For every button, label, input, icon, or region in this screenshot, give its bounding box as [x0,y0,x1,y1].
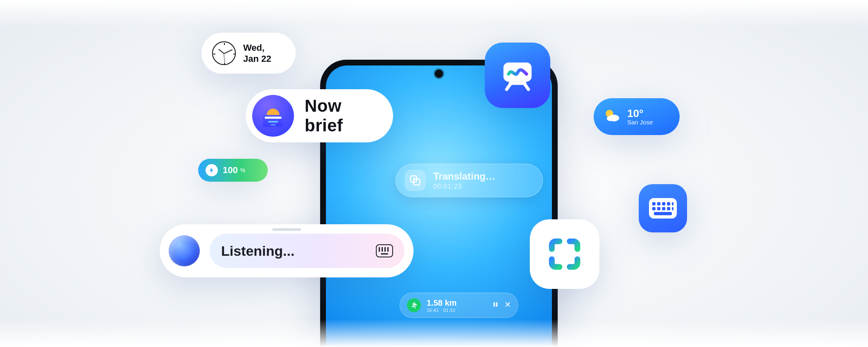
translating-chip[interactable]: A Translating… 00:01:23 [396,164,543,197]
scan-card[interactable] [530,219,599,289]
running-chip[interactable]: 1.58 km 16:41 · 01:52 [400,293,518,318]
battery-chip[interactable]: 100% [198,159,268,182]
svg-rect-13 [652,202,656,205]
drag-handle[interactable] [272,228,301,231]
bixby-orb-icon [169,235,200,266]
front-camera [435,70,443,78]
keyboard-app-icon[interactable] [639,184,687,232]
svg-rect-17 [672,202,674,205]
assistant-listening-bar[interactable]: Listening... [160,224,414,277]
svg-rect-4 [496,302,497,306]
svg-rect-18 [652,207,656,210]
promo-stage: A Translating… 00:01:23 1.58 km 16:41 · … [0,0,868,347]
svg-rect-8 [268,121,278,122]
assistant-status-text: Listening... [221,243,294,259]
weather-chip[interactable]: 10° San Jose [594,98,680,135]
svg-rect-22 [672,207,674,210]
pause-icon[interactable] [492,301,499,310]
svg-rect-9 [271,124,276,126]
scan-frame-icon [544,234,585,275]
running-text: 1.58 km 16:41 · 01:52 [427,298,457,313]
svg-rect-20 [662,207,665,210]
svg-rect-19 [657,207,660,210]
sunset-icon [252,95,294,137]
svg-rect-15 [662,202,665,205]
translating-title: Translating… [433,171,495,183]
runner-icon [407,298,421,312]
svg-rect-14 [657,202,660,205]
date-day: Jan 22 [243,53,271,65]
svg-text:A: A [413,177,416,181]
svg-rect-11 [509,82,527,85]
assistant-input[interactable]: Listening... [210,234,405,268]
clock-icon [212,41,236,65]
svg-rect-3 [493,302,495,306]
clock-date-card[interactable]: Wed, Jan 22 [201,33,296,74]
battery-unit: % [240,167,245,174]
date-text: Wed, Jan 22 [243,42,271,65]
keyboard-icon[interactable] [376,244,393,257]
svg-rect-16 [667,202,670,205]
svg-rect-21 [667,207,670,210]
translating-timer: 00:01:23 [433,183,495,190]
running-sub: 16:41 · 01:52 [427,308,457,313]
translating-text: Translating… 00:01:23 [433,171,495,190]
svg-rect-7 [264,117,281,119]
now-brief-card[interactable]: Now brief [246,89,393,142]
sun-cloud-icon [603,107,621,126]
bolt-icon [206,164,218,176]
svg-point-26 [607,116,614,121]
translate-icon: A [405,170,426,191]
battery-value: 100 [223,165,238,176]
svg-rect-23 [654,212,672,215]
close-icon[interactable] [504,301,511,310]
weather-city: San Jose [627,119,653,126]
running-distance: 1.58 km [427,298,457,308]
whiteboard-app-icon[interactable] [485,43,550,108]
weather-temp: 10° [627,108,653,119]
now-brief-label: Now brief [305,96,381,135]
date-weekday: Wed, [243,42,271,54]
weather-text: 10° San Jose [627,108,653,126]
